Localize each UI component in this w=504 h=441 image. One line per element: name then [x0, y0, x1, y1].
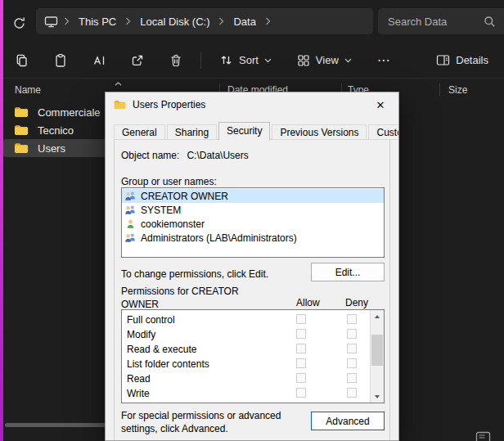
this-pc-icon — [44, 16, 58, 28]
close-button[interactable]: ✕ — [366, 94, 395, 115]
object-name-value: C:\Data\Users — [187, 150, 248, 161]
details-button[interactable]: Details — [429, 47, 496, 74]
dialog-tabs: General Sharing Security Previous Versio… — [114, 121, 399, 140]
copy-icon — [15, 53, 29, 68]
share-icon — [130, 53, 145, 68]
more-options-button[interactable]: ⋯ — [370, 47, 398, 74]
scrollbar-thumb[interactable] — [371, 335, 383, 366]
more-icon: ⋯ — [377, 52, 390, 68]
search-input[interactable] — [386, 15, 484, 29]
deny-checkbox[interactable] — [347, 344, 357, 353]
scroll-down-icon[interactable] — [371, 390, 384, 403]
left-accent-strip — [0, 0, 3, 441]
trash-icon — [169, 53, 183, 68]
permission-row-read-execute[interactable]: Read & execute — [122, 342, 384, 357]
copy-button[interactable] — [8, 47, 36, 74]
allow-checkbox[interactable] — [296, 358, 306, 368]
file-name: Tecnico — [38, 124, 74, 137]
folder-icon — [114, 100, 126, 110]
column-header-size[interactable]: Size — [448, 84, 467, 96]
group-icon — [124, 191, 137, 201]
close-icon: ✕ — [376, 99, 385, 111]
paste-icon — [53, 53, 68, 68]
folder-icon — [14, 142, 29, 154]
details-label: Details — [456, 54, 488, 66]
group-icon — [124, 232, 137, 243]
deny-checkbox[interactable] — [347, 373, 357, 383]
user-name: Administrators (LAB\Administrators) — [141, 232, 297, 244]
allow-checkbox[interactable] — [296, 314, 306, 324]
chevron-down-icon — [264, 58, 272, 63]
toolbar-divider — [200, 52, 201, 69]
delete-button[interactable] — [162, 47, 190, 74]
advanced-button[interactable]: Advanced — [311, 412, 385, 430]
permission-name: Full control — [127, 314, 175, 326]
user-item-creator-owner[interactable]: CREATOR OWNER — [122, 189, 384, 203]
rename-button[interactable] — [85, 47, 113, 74]
permissions-for-label: Permissions for CREATOR OWNER — [121, 286, 244, 311]
tab-previous-versions[interactable]: Previous Versions — [272, 124, 367, 140]
permission-name: Modify — [127, 329, 155, 340]
scroll-up-icon[interactable] — [371, 310, 384, 322]
security-tab-page: Object name: C:\Data\Users Group or user… — [114, 139, 390, 441]
sort-icon — [219, 53, 233, 67]
user-name: cookiemonster — [141, 218, 205, 230]
permission-name: Read & execute — [127, 344, 196, 355]
deny-checkbox[interactable] — [347, 314, 357, 324]
paste-button[interactable] — [47, 47, 74, 74]
user-icon — [124, 218, 137, 229]
toolbar: Sort View ⋯ Details — [0, 43, 504, 79]
group-or-user-names-list: CREATOR OWNER SYSTEM cookiemonster Admin… — [121, 187, 385, 258]
tab-customize[interactable]: Customize — [368, 124, 399, 140]
details-view-toggle-icon[interactable] — [475, 431, 491, 441]
share-button[interactable] — [124, 47, 151, 74]
breadcrumb-this-pc[interactable]: This PC — [75, 14, 119, 29]
deny-checkbox[interactable] — [347, 329, 357, 339]
permission-name: List folder contents — [127, 358, 209, 370]
sort-button[interactable]: Sort — [212, 47, 279, 74]
dialog-titlebar[interactable]: Users Properties ✕ — [106, 92, 398, 117]
rename-icon — [92, 53, 106, 68]
group-or-user-names-label: Group or user names: — [121, 176, 217, 187]
folder-icon — [14, 106, 29, 118]
breadcrumb-data[interactable]: Data — [230, 14, 259, 29]
deny-column-label: Deny — [345, 297, 368, 308]
permission-name: Read — [127, 373, 151, 385]
permission-row-modify[interactable]: Modify — [122, 327, 384, 342]
view-icon — [297, 54, 310, 67]
permissions-list: Full control Modify Read & execute List … — [121, 309, 385, 403]
tab-sharing[interactable]: Sharing — [167, 124, 217, 140]
file-name: Commerciale — [38, 106, 101, 119]
tab-general[interactable]: General — [114, 124, 165, 140]
user-item-administrators[interactable]: Administrators (LAB\Administrators) — [122, 231, 384, 245]
allow-checkbox[interactable] — [296, 388, 306, 398]
details-pane-icon — [436, 54, 450, 66]
sort-ascending-icon — [115, 82, 122, 86]
tab-security[interactable]: Security — [218, 122, 270, 141]
allow-checkbox[interactable] — [296, 373, 306, 383]
allow-checkbox[interactable] — [296, 329, 306, 339]
view-button[interactable]: View — [290, 47, 359, 74]
object-name-row: Object name: C:\Data\Users — [121, 150, 249, 161]
permission-row-list-folder-contents[interactable]: List folder contents — [122, 357, 384, 371]
permission-row-read[interactable]: Read — [122, 371, 384, 386]
refresh-button[interactable] — [7, 11, 30, 34]
column-separator[interactable] — [439, 83, 440, 97]
permissions-scrollbar[interactable] — [370, 310, 384, 403]
chevron-down-icon — [344, 58, 352, 63]
group-icon — [124, 205, 137, 215]
deny-checkbox[interactable] — [347, 388, 357, 398]
permission-row-write[interactable]: Write — [122, 386, 384, 401]
advanced-hint-text: For special permissions or advanced sett… — [121, 410, 303, 435]
user-item-system[interactable]: SYSTEM — [122, 203, 384, 217]
address-bar[interactable]: This PC Local Disk (C:) Data — [36, 8, 373, 34]
deny-checkbox[interactable] — [347, 358, 357, 368]
column-header-name[interactable]: Name — [15, 84, 41, 96]
permission-row-full-control[interactable]: Full control — [122, 313, 384, 327]
user-item-cookiemonster[interactable]: cookiemonster — [122, 217, 384, 231]
breadcrumb-local-disk-c[interactable]: Local Disk (C:) — [137, 14, 213, 29]
edit-button[interactable]: Edit... — [311, 263, 385, 281]
file-name: Users — [38, 142, 65, 155]
allow-checkbox[interactable] — [296, 344, 306, 353]
allow-column-label: Allow — [296, 297, 320, 308]
